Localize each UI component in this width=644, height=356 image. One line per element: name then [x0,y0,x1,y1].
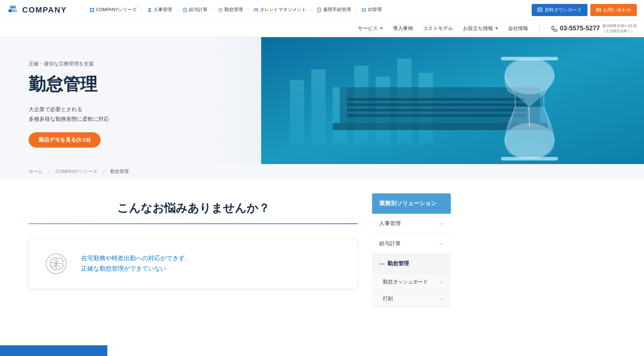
calc-icon [182,8,187,13]
svg-rect-41 [347,103,526,106]
svg-rect-48 [501,57,558,60]
demo-button[interactable]: 製品デモを見る(5:19) [29,132,101,148]
nav-cost[interactable]: コストモデル [423,25,453,32]
nav-link-series[interactable]: COMPANYシリーズ [89,7,137,13]
person-icon [147,8,152,13]
breadcrumb: ホーム ／ COMPANYシリーズ ／ 勤怠管理 [0,164,644,179]
breadcrumb-home[interactable]: ホーム [29,169,43,174]
svg-rect-49 [501,157,558,160]
hero-subtitle: 正確・適切な労務管理を支援 [29,61,240,67]
sidebar-item-attendance[interactable]: — 勤怠管理 [372,254,451,274]
sidebar-item-hr[interactable]: 人事管理 → [372,214,451,234]
download-icon [537,8,542,13]
nav-services[interactable]: サービス [358,25,383,32]
svg-marker-3 [11,9,14,12]
brain-icon [43,251,69,277]
info-dropdown-icon [495,28,498,29]
content-area: こんなお悩みありませんか？ 在宅勤務や時差出勤への対応ができず、正確な勤怠管理が… [29,179,372,311]
arrow-icon: → [438,221,444,227]
phone-hours: 受付時間 9:30〜18:30 （土日祝日を除く） [602,24,637,34]
top-nav-links: COMPANYシリーズ ｜ 人事管理 ｜ 給与計算 ｜ 勤怠管理 ｜ タレントマ… [89,7,521,13]
svg-rect-40 [347,98,526,101]
breadcrumb-series[interactable]: COMPANYシリーズ [55,169,97,174]
svg-point-51 [55,263,57,265]
svg-rect-7 [90,10,92,12]
second-nav-links: サービス 導入事例 コストモデル お役立ち情報 会社情報 [358,25,528,32]
svg-rect-32 [311,69,326,144]
hero-desc: 大企業で必要とされる多種多様な勤務形態に柔軟に対応 [29,104,240,124]
svg-rect-18 [318,8,321,12]
nav-link-hr[interactable]: 人事管理 [147,7,172,13]
section-divider [29,223,358,224]
phone-icon [551,25,558,32]
nav-separator: ｜ [140,7,144,13]
svg-marker-4 [14,9,17,12]
arrow-icon-2: → [438,241,444,247]
svg-point-17 [256,8,258,10]
svg-rect-5 [90,8,92,10]
problem-card: 在宅勤務や時差出勤への対応ができず、正確な勤怠管理ができていない [29,238,358,289]
hero-bg-graphic [261,37,644,164]
nav-separator3: ｜ [210,7,215,13]
nav-separator5: ｜ [309,7,314,13]
section-title: こんなお悩みありませんか？ [29,201,358,216]
active-indicator: — [379,261,385,267]
svg-rect-43 [347,114,526,117]
svg-point-22 [363,9,364,10]
sidebar-item-timecard[interactable]: 打刻 → [372,291,451,307]
nav-info[interactable]: お役立ち情報 [463,25,498,32]
problem-text: 在宅勤務や時差出勤への対応ができず、正確な勤怠管理ができていない [81,253,191,274]
logo-text: COMPANY [22,5,67,15]
sidebar-item-dashboard[interactable]: 勤怠ダッシュボード → [372,274,451,291]
svg-rect-31 [290,80,304,144]
nav-link-attendance[interactable]: 勤怠管理 [218,7,243,13]
hero-section: 正確・適切な労務管理を支援 勤怠管理 大企業で必要とされる多種多様な勤務形態に柔… [0,37,644,164]
sidebar-item-payroll[interactable]: 給与計算 → [372,234,451,254]
arrow-icon-3: → [439,279,444,285]
logo-area[interactable]: COMPANY [7,4,79,16]
download-button[interactable]: 資料ダウンロード [532,4,587,16]
svg-line-15 [220,10,221,10]
nav-link-payroll[interactable]: 給与計算 [182,7,208,13]
svg-marker-2 [9,9,11,12]
nav-divider [540,24,540,33]
clock-icon [218,8,223,13]
arrow-icon-4: → [439,296,444,302]
sidebar-sub-items: 勤怠ダッシュボード → 打刻 → [372,274,451,307]
svg-rect-10 [183,8,187,12]
talent-icon [253,8,258,13]
svg-rect-8 [92,10,94,12]
nav-separator6: ｜ [354,7,358,13]
id-icon [361,8,366,13]
email-icon [596,8,601,13]
services-dropdown-icon [380,28,383,29]
svg-marker-0 [10,6,13,9]
top-nav-buttons: 資料ダウンロード お問い合わせ [532,4,637,16]
hero-title: 勤怠管理 [29,73,240,96]
svg-rect-6 [92,8,94,10]
contact-button[interactable]: お問い合わせ [590,4,637,16]
svg-point-9 [148,8,151,10]
nav-link-id[interactable]: ID管理 [361,7,382,13]
svg-marker-1 [13,6,16,9]
phone-area: 03-5575-5277 受付時間 9:30〜18:30 （土日祝日を除く） [551,24,637,34]
nav-link-talent[interactable]: タレントマネジメント [253,7,306,13]
nav-separator2: ｜ [175,7,180,13]
nav-company[interactable]: 会社情報 [508,25,528,32]
top-navigation: COMPANY COMPANYシリーズ ｜ 人事管理 ｜ 給与計算 ｜ 勤怠管理… [0,0,644,20]
second-navigation: サービス 導入事例 コストモデル お役立ち情報 会社情報 03-5575-527… [0,20,644,37]
nav-link-employment[interactable]: 雇用手続管理 [317,7,351,13]
sidebar-header: 業務別ソリューション [372,193,451,214]
nav-separator4: ｜ [246,7,250,13]
svg-point-46 [510,141,549,159]
svg-rect-42 [347,109,526,112]
problem-icon [42,249,70,278]
nav-cases[interactable]: 導入事例 [393,25,413,32]
hero-image [261,37,644,164]
sidebar: 業務別ソリューション 人事管理 → 給与計算 → — 勤怠管理 勤怠ダッシュボー… [372,179,451,311]
breadcrumb-current: 勤怠管理 [110,169,129,174]
main-content: こんなお悩みありませんか？ 在宅勤務や時差出勤への対応ができず、正確な勤怠管理が… [0,179,644,311]
grid-icon [89,8,94,13]
company-logo-icon [7,4,19,16]
hero-left: 正確・適切な労務管理を支援 勤怠管理 大企業で必要とされる多種多様な勤務形態に柔… [0,37,261,164]
